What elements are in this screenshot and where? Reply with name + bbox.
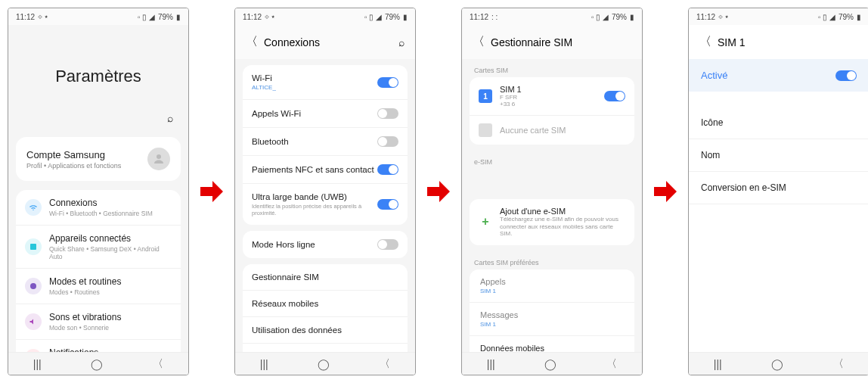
- nav-back[interactable]: 〈: [380, 357, 390, 371]
- row-data-usage[interactable]: Utilisation des données: [243, 317, 408, 344]
- phone-settings: 11:12 ⟐ ⭑ ▫ ▯ ◢ 79% ▮ Paramètres ⌕ Compt…: [8, 8, 189, 375]
- nav-bar: ||| ◯ 〈: [235, 352, 415, 375]
- signal-icon: ▫ ▯ ◢: [138, 13, 155, 21]
- svg-point-0: [157, 154, 161, 159]
- sim1-row[interactable]: 1 SIM 1 F SFR +33 6: [470, 77, 634, 116]
- avatar-icon: [147, 148, 170, 170]
- toggle-airplane[interactable]: [377, 239, 398, 250]
- nav-home[interactable]: ◯: [771, 358, 783, 370]
- item-nom[interactable]: Nom: [689, 139, 868, 172]
- nav-back[interactable]: 〈: [153, 357, 163, 371]
- pref-data[interactable]: Données mobiles SIM 1: [470, 336, 634, 352]
- status-bar: 11:12 ⟐ ⭑ ▫ ▯ ◢ 79% ▮: [8, 8, 188, 25]
- section-cartes-sim: Cartes SIM: [462, 59, 642, 77]
- item-appareils[interactable]: Appareils connectés Quick Share • Samsun…: [16, 226, 181, 269]
- devices-icon: [25, 238, 42, 255]
- account-sub: Profil • Applications et fonctions: [26, 162, 121, 170]
- nav-home[interactable]: ◯: [544, 358, 556, 370]
- row-nfc[interactable]: Paiements NFC et sans contact: [243, 156, 408, 184]
- toggle-uwb[interactable]: [377, 199, 398, 210]
- nav-recent[interactable]: |||: [714, 358, 722, 370]
- status-bar: 11:12⟐ ⭑ ▫ ▯ ◢79%▮: [235, 8, 415, 25]
- back-icon[interactable]: 〈: [246, 34, 258, 50]
- page-title: Connexions: [264, 36, 320, 48]
- row-sim-manager[interactable]: Gestionnaire SIM: [243, 264, 408, 291]
- nav-bar: ||| ◯ 〈: [462, 352, 642, 375]
- nav-bar: ||| ◯ 〈: [8, 352, 188, 375]
- toggle-sim1[interactable]: [604, 91, 625, 101]
- item-esim-convert[interactable]: Conversion en e-SIM: [689, 172, 868, 204]
- row-uwb[interactable]: Ultra large bande (UWB) Identifiez la po…: [243, 184, 408, 225]
- wifi-icon: [25, 199, 42, 216]
- settings-list: Connexions Wi-Fi • Bluetooth • Gestionna…: [16, 190, 181, 352]
- row-wificall[interactable]: Appels Wi-Fi: [243, 100, 408, 128]
- section-pref: Cartes SIM préférées: [462, 251, 642, 269]
- item-modes[interactable]: Modes et routines Modes • Routines: [16, 269, 181, 304]
- toggle-bluetooth[interactable]: [377, 136, 398, 147]
- arrow-icon: [650, 176, 680, 207]
- sim-blank-icon: [479, 123, 492, 137]
- arrow-icon: [197, 176, 227, 207]
- pref-messages[interactable]: Messages SIM 1: [470, 303, 634, 336]
- nav-home[interactable]: ◯: [91, 358, 103, 370]
- status-icons-left: ⟐ ⭑: [38, 12, 48, 21]
- modes-icon: [25, 278, 42, 294]
- nav-bar: ||| ◯ 〈: [689, 352, 868, 375]
- samsung-account-card[interactable]: Compte Samsung Profil • Applications et …: [16, 137, 181, 181]
- phone-connexions: 11:12⟐ ⭑ ▫ ▯ ◢79%▮ 〈 Connexions ⌕ Wi-Fi …: [234, 8, 416, 375]
- arrow-icon: [423, 176, 454, 207]
- item-connexions[interactable]: Connexions Wi-Fi • Bluetooth • Gestionna…: [16, 190, 181, 226]
- status-bar: 11:12⟐ ⭑ ▫ ▯ ◢79%▮: [689, 8, 868, 25]
- settings-content: Paramètres ⌕ Compte Samsung Profil • App…: [8, 25, 188, 352]
- battery-icon: ▮: [176, 13, 181, 21]
- status-time: 11:12: [16, 13, 35, 21]
- row-hotspot[interactable]: Point d'accès mobile et modem: [243, 344, 408, 352]
- sim1-icon: 1: [479, 89, 492, 103]
- row-wifi[interactable]: Wi-Fi ALTICE_: [243, 65, 408, 100]
- row-airplane[interactable]: Mode Hors ligne: [243, 231, 408, 258]
- plus-icon: +: [479, 215, 492, 229]
- toggle-nfc[interactable]: [377, 164, 398, 175]
- row-networks[interactable]: Réseaux mobiles: [243, 291, 408, 317]
- sim-content: 〈 Gestionnaire SIM Cartes SIM 1 SIM 1 F …: [462, 25, 642, 352]
- no-sim-row: Aucune carte SIM: [470, 116, 634, 145]
- nav-recent[interactable]: |||: [260, 358, 268, 370]
- status-bar: 11:12: : ▫ ▯ ◢79%▮: [462, 8, 642, 25]
- toggle-wifi[interactable]: [377, 77, 398, 88]
- search-button[interactable]: ⌕: [8, 105, 188, 131]
- phone-sim-manager: 11:12: : ▫ ▯ ◢79%▮ 〈 Gestionnaire SIM Ca…: [461, 8, 643, 375]
- active-row[interactable]: Activé: [689, 59, 868, 92]
- nav-back[interactable]: 〈: [833, 357, 844, 371]
- account-title: Compte Samsung: [26, 149, 121, 160]
- page-title: Gestionnaire SIM: [491, 36, 572, 48]
- back-icon[interactable]: 〈: [699, 34, 711, 50]
- search-icon[interactable]: ⌕: [398, 36, 405, 48]
- item-notifications[interactable]: Notifications Barre d'état • Ne pas déra…: [16, 340, 181, 352]
- nav-home[interactable]: ◯: [318, 358, 330, 370]
- item-sons[interactable]: Sons et vibrations Mode son • Sonnerie: [16, 304, 181, 340]
- row-bluetooth[interactable]: Bluetooth: [243, 128, 408, 156]
- nav-back[interactable]: 〈: [606, 357, 617, 371]
- phone-sim1: 11:12⟐ ⭑ ▫ ▯ ◢79%▮ 〈 SIM 1 Activé Icône …: [688, 8, 868, 375]
- nav-recent[interactable]: |||: [33, 358, 42, 370]
- nav-recent[interactable]: |||: [487, 358, 495, 370]
- page-title: Paramètres: [8, 25, 188, 105]
- active-label: Activé: [701, 70, 727, 81]
- item-icone[interactable]: Icône: [689, 107, 868, 139]
- sound-icon: [25, 313, 42, 330]
- svg-point-2: [30, 283, 36, 289]
- toggle-active[interactable]: [835, 70, 857, 81]
- toggle-wificall[interactable]: [377, 108, 398, 119]
- back-icon[interactable]: 〈: [473, 34, 485, 50]
- connexions-content: 〈 Connexions ⌕ Wi-Fi ALTICE_ Appels Wi-F…: [235, 25, 415, 352]
- svg-rect-1: [30, 244, 36, 250]
- search-icon: ⌕: [167, 112, 173, 124]
- pref-appels[interactable]: Appels SIM 1: [470, 269, 634, 303]
- sim1-content: 〈 SIM 1 Activé Icône Nom Conversion en e…: [689, 25, 868, 352]
- section-esim: e-SIM: [462, 151, 642, 169]
- battery-text: 79%: [158, 13, 173, 21]
- page-title: SIM 1: [718, 36, 746, 48]
- add-esim-row[interactable]: + Ajout d'une e-SIM Téléchargez une e-SI…: [470, 199, 634, 245]
